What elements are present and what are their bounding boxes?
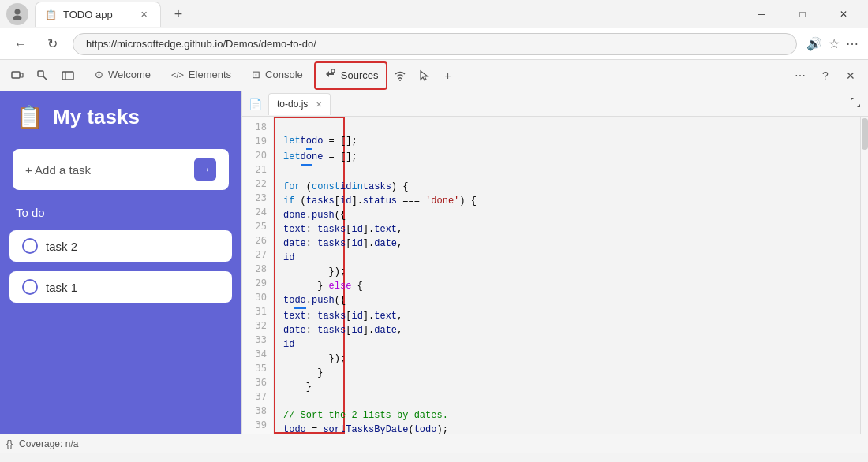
console-icon: ⊡ — [252, 69, 260, 80]
favorites-icon[interactable]: ☆ — [829, 36, 840, 51]
app-header: 📋 My tasks — [0, 91, 241, 143]
code-line-29: } else { — [274, 279, 860, 293]
scrollbar-thumb[interactable] — [862, 118, 868, 150]
app-panel: 📋 My tasks + Add a task → To do task 2 t… — [0, 91, 241, 434]
app-header-icon: 📋 — [16, 104, 43, 130]
code-area: 18 19 20 21 22 23 24 25 26 27 28 29 30 3… — [242, 117, 868, 434]
task-2-checkbox[interactable] — [22, 238, 38, 254]
code-content-wrapper: let todo = []; let done = []; for (const… — [274, 117, 860, 434]
code-line-35: } — [274, 366, 860, 380]
title-bar-left: 📋 TODO app ✕ + — [6, 2, 189, 27]
code-line-27: id — [274, 251, 860, 265]
status-text: Coverage: n/a — [19, 438, 78, 449]
app-title: My tasks — [53, 105, 140, 129]
code-line-32: date: tasks[id].date, — [274, 323, 860, 337]
read-aloud-icon[interactable]: 🔊 — [806, 36, 822, 51]
main-area: 📋 My tasks + Add a task → To do task 2 t… — [0, 91, 868, 434]
help-button[interactable]: ? — [814, 65, 836, 87]
close-devtools-button[interactable]: ✕ — [840, 65, 862, 87]
more-tools-button[interactable]: ⋯ — [789, 65, 811, 87]
cursor-icon[interactable] — [413, 65, 435, 87]
address-bar: ← ↻ https://microsoftedge.github.io/Demo… — [0, 28, 868, 60]
line-numbers: 18 19 20 21 22 23 24 25 26 27 28 29 30 3… — [242, 117, 274, 434]
refresh-button[interactable]: ↻ — [41, 33, 63, 55]
devtools-tabs: ⊙ Welcome </> Elements ⊡ Console Sources… — [85, 61, 458, 90]
add-task-button[interactable]: + Add a task → — [13, 149, 229, 190]
code-panel: 📄 to-do.js ✕ 18 19 20 21 22 23 24 25 26 … — [241, 91, 868, 434]
code-line-39: todo = sortTasksByDate(todo); — [274, 423, 860, 434]
svg-point-8 — [331, 69, 335, 73]
welcome-icon: ⊙ — [95, 69, 103, 80]
tab-elements[interactable]: </> Elements — [162, 61, 241, 90]
tab-label: TODO app — [63, 9, 113, 20]
minimize-button[interactable]: ─ — [743, 2, 780, 26]
devtools-right-controls: ⋯ ? ✕ — [789, 65, 862, 87]
svg-rect-2 — [12, 72, 20, 78]
svg-rect-4 — [38, 71, 43, 76]
elements-icon: </> — [171, 70, 184, 80]
code-line-20: let done = []; — [274, 150, 860, 166]
todo-section-label: To do — [0, 196, 241, 225]
code-line-33: id — [274, 337, 860, 352]
tab-close-button[interactable]: ✕ — [137, 8, 151, 22]
new-tab-button[interactable]: + — [167, 3, 189, 25]
svg-point-9 — [399, 80, 401, 81]
code-line-30: todo.push({ — [274, 293, 860, 309]
code-line-19: let todo = []; — [274, 134, 860, 150]
code-line-34: }); — [274, 352, 860, 366]
address-icons: 🔊 ☆ ⋯ — [806, 36, 859, 51]
status-icon: {} — [6, 438, 13, 449]
wifi-icon[interactable] — [389, 65, 411, 87]
add-task-label: + Add a task — [25, 163, 91, 177]
svg-point-0 — [15, 9, 21, 15]
tab-welcome[interactable]: ⊙ Welcome — [85, 61, 160, 90]
back-button[interactable]: ← — [9, 33, 32, 55]
tab-favicon: 📋 — [45, 9, 57, 20]
svg-rect-6 — [62, 72, 73, 80]
address-input[interactable]: https://microsoftedge.github.io/Demos/de… — [73, 33, 797, 55]
svg-line-5 — [43, 76, 47, 80]
window-controls: ─ □ ✕ — [743, 2, 862, 26]
file-sidebar-icon[interactable]: 📄 — [249, 98, 262, 110]
code-line-28: }); — [274, 265, 860, 279]
task-1-label: task 1 — [46, 281, 77, 294]
task-item-1[interactable]: task 1 — [9, 271, 232, 303]
device-mode-button[interactable] — [6, 65, 28, 87]
status-bar: {} Coverage: n/a — [0, 434, 868, 453]
code-line-22: for (const id in tasks) { — [274, 180, 860, 194]
svg-point-1 — [13, 16, 22, 21]
svg-rect-3 — [21, 73, 23, 77]
code-line-37 — [274, 394, 860, 408]
add-panel-button[interactable]: + — [436, 65, 458, 87]
sources-icon — [324, 68, 336, 83]
profile-icon[interactable] — [6, 3, 28, 25]
code-line-23: if (tasks[id].status === 'done') { — [274, 194, 860, 208]
code-line-26: date: tasks[id].date, — [274, 237, 860, 251]
file-tab-todo-js[interactable]: to-do.js ✕ — [268, 93, 331, 115]
file-tab-close[interactable]: ✕ — [316, 100, 322, 109]
sidebar-button[interactable] — [57, 65, 79, 87]
address-text: https://microsoftedge.github.io/Demos/de… — [86, 38, 316, 50]
close-button[interactable]: ✕ — [825, 2, 862, 26]
code-line-38: // Sort the 2 lists by dates. — [274, 408, 860, 423]
code-line-36: } — [274, 380, 860, 394]
file-tabs: 📄 to-do.js ✕ — [242, 91, 868, 117]
title-bar: 📋 TODO app ✕ + ─ □ ✕ — [0, 0, 868, 28]
expand-icon[interactable] — [849, 96, 862, 112]
more-icon[interactable]: ⋯ — [846, 36, 859, 51]
code-line-18 — [274, 120, 860, 134]
code-line-24: done.push({ — [274, 208, 860, 222]
tab-console[interactable]: ⊡ Console — [242, 61, 312, 90]
tab-sources[interactable]: Sources — [314, 61, 388, 90]
devtools-toolbar: ⊙ Welcome </> Elements ⊡ Console Sources… — [0, 60, 868, 91]
maximize-button[interactable]: □ — [784, 2, 821, 26]
inspect-button[interactable] — [32, 65, 54, 87]
code-content[interactable]: let todo = []; let done = []; for (const… — [274, 117, 860, 434]
browser-tab-todo[interactable]: 📋 TODO app ✕ — [35, 2, 161, 27]
task-1-checkbox[interactable] — [22, 279, 38, 295]
file-tab-label: to-do.js — [277, 99, 308, 110]
code-line-25: text: tasks[id].text, — [274, 222, 860, 237]
task-item-2[interactable]: task 2 — [9, 230, 232, 262]
scrollbar-track[interactable] — [860, 117, 868, 434]
code-line-21 — [274, 166, 860, 180]
